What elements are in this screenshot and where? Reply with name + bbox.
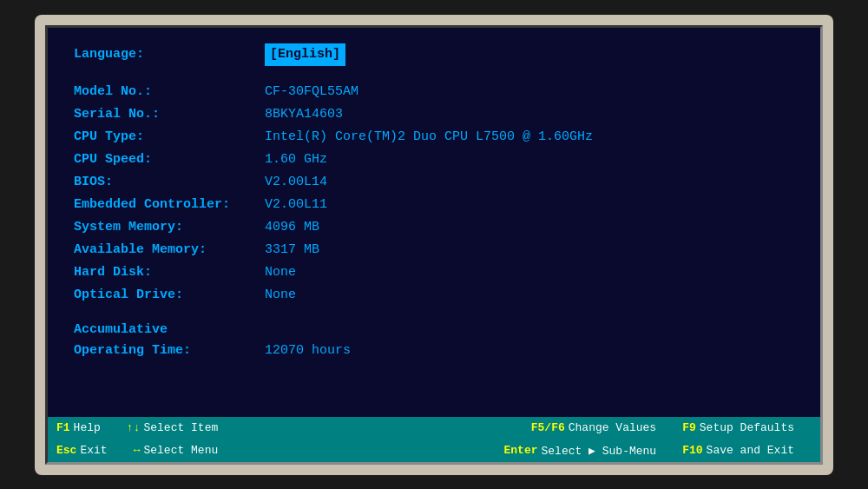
bios-field-value: 4096 MB bbox=[265, 217, 319, 238]
bios-fields: Model No.:CF-30FQL55AMSerial No.:8BKYA14… bbox=[74, 82, 794, 306]
key-desc: Change Values bbox=[569, 421, 656, 434]
bios-row: BIOS:V2.00L14 bbox=[74, 172, 794, 193]
bios-field-value: CF-30FQL55AM bbox=[265, 82, 358, 102]
bios-row: Hard Disk:None bbox=[74, 262, 794, 283]
status-item: EnterSelect ▶ Sub-Menu bbox=[504, 444, 657, 458]
key-label: F10 bbox=[682, 444, 702, 457]
key-desc: Setup Defaults bbox=[700, 421, 794, 434]
bios-field-value: Intel(R) Core(TM)2 Duo CPU L7500 @ 1.60G… bbox=[265, 127, 593, 148]
key-label: F1 bbox=[56, 421, 70, 434]
bios-field-value: V2.00L14 bbox=[265, 172, 327, 193]
bios-field-value: 1.60 GHz bbox=[265, 149, 327, 170]
status-item: ↔Select Menu bbox=[134, 444, 219, 457]
bios-row: Embedded Controller:V2.00L11 bbox=[74, 195, 794, 215]
status-item: F9Setup Defaults bbox=[682, 421, 794, 434]
key-label: Enter bbox=[504, 444, 538, 457]
status-item: EscExit bbox=[56, 444, 108, 457]
key-label: ↔ bbox=[134, 444, 141, 457]
bios-row: CPU Speed:1.60 GHz bbox=[74, 149, 794, 170]
operating-label: Operating Time: bbox=[74, 340, 265, 361]
bios-field-label: CPU Speed: bbox=[74, 149, 265, 170]
key-label: F5/F6 bbox=[531, 421, 565, 434]
bios-field-label: Optical Drive: bbox=[74, 285, 265, 306]
bios-field-label: System Memory: bbox=[74, 217, 265, 238]
language-label: Language: bbox=[74, 44, 265, 65]
language-value: [English] bbox=[265, 43, 345, 66]
key-desc: Select ▶ Sub-Menu bbox=[542, 444, 657, 458]
key-desc: Help bbox=[74, 421, 101, 434]
bios-field-value: None bbox=[265, 285, 296, 306]
status-item: F5/F6Change Values bbox=[531, 421, 656, 434]
key-label: Esc bbox=[56, 444, 76, 457]
bios-field-value: 8BKYA14603 bbox=[265, 104, 343, 125]
status-bar: F1Help↑↓Select ItemF5/F6Change ValuesF9S… bbox=[48, 417, 820, 462]
bios-field-label: Hard Disk: bbox=[74, 262, 265, 283]
status-item: F1Help bbox=[56, 421, 101, 434]
bios-row: Optical Drive:None bbox=[74, 285, 794, 306]
bios-field-label: Model No.: bbox=[74, 82, 265, 102]
bios-field-label: Available Memory: bbox=[74, 240, 265, 261]
key-desc: Select Item bbox=[143, 421, 218, 434]
bios-field-value: None bbox=[265, 262, 296, 283]
bios-row: Available Memory:3317 MB bbox=[74, 240, 794, 261]
bios-field-label: CPU Type: bbox=[74, 127, 265, 148]
bios-row: Model No.:CF-30FQL55AM bbox=[74, 82, 794, 102]
bios-field-label: BIOS: bbox=[74, 172, 265, 193]
bios-field-label: Embedded Controller: bbox=[74, 195, 265, 215]
key-desc: Exit bbox=[80, 444, 107, 457]
status-item: ↑↓Select Item bbox=[127, 421, 218, 434]
bios-field-value: 3317 MB bbox=[265, 240, 319, 261]
language-row: Language: [English] bbox=[74, 43, 794, 66]
bios-screen: Language: [English] Model No.:CF-30FQL55… bbox=[45, 25, 823, 465]
bios-field-value: V2.00L11 bbox=[265, 195, 327, 215]
bios-row: System Memory:4096 MB bbox=[74, 217, 794, 238]
key-label: F9 bbox=[682, 421, 696, 434]
key-desc: Select Menu bbox=[143, 444, 218, 457]
operating-value: 12070 hours bbox=[265, 340, 351, 361]
bios-field-label: Serial No.: bbox=[74, 104, 265, 125]
operating-row: Operating Time: 12070 hours bbox=[74, 340, 794, 361]
bios-content: Language: [English] Model No.:CF-30FQL55… bbox=[48, 28, 820, 417]
accumulative-label: Accumulative bbox=[74, 320, 794, 340]
status-row-2: EscExit↔Select MenuEnterSelect ▶ Sub-Men… bbox=[56, 439, 812, 462]
key-desc: Save and Exit bbox=[707, 444, 794, 457]
status-bar-inner: F1Help↑↓Select ItemF5/F6Change ValuesF9S… bbox=[56, 417, 812, 462]
monitor-frame: Language: [English] Model No.:CF-30FQL55… bbox=[35, 15, 833, 475]
bios-row: CPU Type:Intel(R) Core(TM)2 Duo CPU L750… bbox=[74, 127, 794, 148]
status-row-1: F1Help↑↓Select ItemF5/F6Change ValuesF9S… bbox=[56, 417, 812, 439]
key-label: ↑↓ bbox=[127, 421, 141, 434]
status-item: F10Save and Exit bbox=[682, 444, 794, 457]
bios-row: Serial No.:8BKYA14603 bbox=[74, 104, 794, 125]
